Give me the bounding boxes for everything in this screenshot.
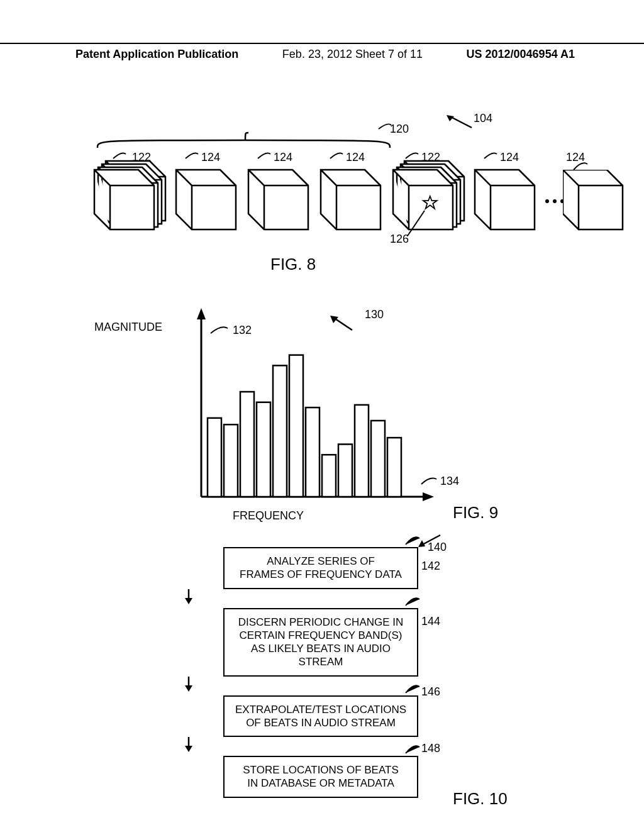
ref-146: 146 (421, 685, 440, 699)
flow-step-148-text: STORE LOCATIONS OF BEATSIN DATABASE OR M… (243, 764, 399, 789)
svg-rect-14 (306, 407, 319, 497)
svg-marker-23 (185, 598, 192, 604)
svg-rect-17 (355, 405, 369, 497)
ref-130: 130 (365, 308, 384, 321)
flow-step-142-text: ANALYZE SERIES OFFRAMES OF FREQUENCY DAT… (240, 555, 402, 580)
ref-126: 126 (390, 233, 409, 246)
ref-104: 104 (474, 112, 492, 125)
ref-148: 148 (421, 742, 440, 755)
svg-point-2 (553, 199, 557, 203)
figure-9 (126, 296, 516, 522)
fig9-xlabel: FREQUENCY (233, 509, 304, 523)
svg-rect-13 (289, 355, 303, 497)
flow-step-142: ANALYZE SERIES OFFRAMES OF FREQUENCY DAT… (223, 547, 418, 589)
page-header: Patent Application Publication Feb. 23, … (0, 43, 644, 61)
ref-124c: 124 (346, 151, 365, 164)
header-mid: Feb. 23, 2012 Sheet 7 of 11 (282, 48, 423, 61)
ref-122a: 122 (132, 151, 151, 164)
ref-124d: 124 (500, 151, 519, 164)
svg-point-1 (545, 199, 549, 203)
fig8-caption: FIG. 8 (270, 255, 316, 274)
ref-124e-hook (572, 160, 591, 175)
header-left: Patent Application Publication (75, 48, 238, 61)
ref-124b: 124 (274, 151, 292, 164)
flow-step-144: DISCERN PERIODIC CHANGE INCERTAIN FREQUE… (223, 608, 418, 677)
svg-rect-15 (322, 455, 336, 497)
flow-step-146-text: EXTRAPOLATE/TEST LOCATIONSOF BEATS IN AU… (235, 704, 406, 729)
svg-rect-9 (224, 424, 238, 497)
frame-last (563, 170, 626, 235)
flow-step-144-text: DISCERN PERIODIC CHANGE INCERTAIN FREQUE… (238, 616, 404, 668)
svg-rect-19 (387, 438, 401, 497)
ref-134: 134 (440, 475, 459, 488)
svg-rect-18 (371, 421, 385, 497)
svg-marker-5 (197, 308, 206, 319)
svg-rect-8 (208, 418, 221, 497)
figure-10: ANALYZE SERIES OFFRAMES OF FREQUENCY DAT… (182, 547, 459, 817)
ref-120: 120 (390, 123, 409, 136)
flow-step-146: EXTRAPOLATE/TEST LOCATIONSOF BEATS IN AU… (223, 695, 418, 738)
svg-rect-16 (338, 445, 352, 497)
header-right: US 2012/0046954 A1 (467, 48, 575, 61)
ref-148-hook (404, 742, 423, 759)
ref-144-hook (404, 594, 423, 611)
ref-144: 144 (421, 615, 440, 628)
svg-rect-10 (240, 392, 254, 497)
figure-8 (88, 110, 579, 274)
fig9-caption: FIG. 9 (453, 503, 498, 523)
svg-rect-11 (257, 402, 270, 497)
ref-142: 142 (421, 560, 440, 573)
svg-marker-7 (423, 492, 434, 501)
ref-146-hook (404, 682, 423, 699)
fig10-caption: FIG. 10 (453, 789, 508, 809)
svg-marker-27 (185, 746, 192, 752)
ref-122b: 122 (421, 151, 440, 164)
ref-142-hook (404, 533, 423, 550)
svg-marker-25 (185, 685, 192, 692)
ref-140: 140 (428, 541, 447, 554)
svg-rect-12 (273, 365, 287, 497)
ref-124a: 124 (201, 151, 220, 164)
flow-step-148: STORE LOCATIONS OF BEATSIN DATABASE OR M… (223, 756, 418, 798)
fig9-ylabel: MAGNITUDE (94, 321, 162, 334)
ref-132: 132 (233, 324, 252, 337)
